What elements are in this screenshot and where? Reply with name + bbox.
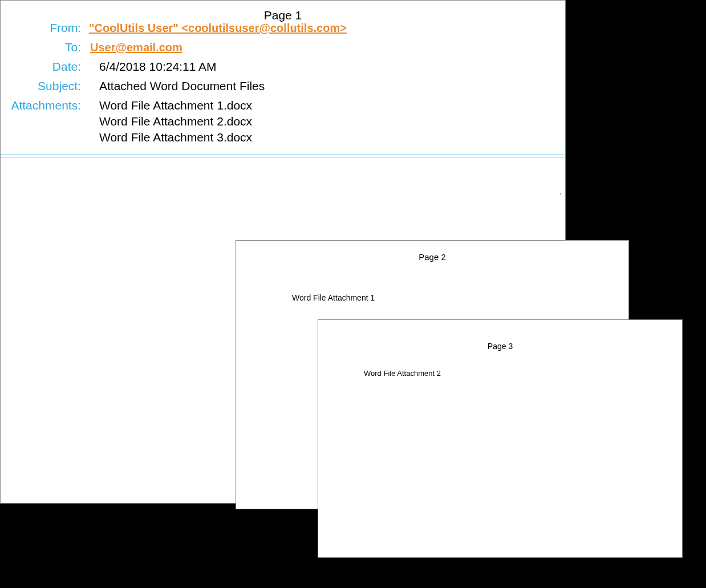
to-value[interactable]: User@email.com [89,41,182,54]
decorative-dot [560,193,561,194]
page-2-label: Page 2 [236,241,628,262]
from-value[interactable]: "CoolUtils User" <coolutilsuser@collutil… [89,22,347,35]
date-value: 6/4/2018 10:24:11 AM [89,60,217,74]
from-label: From: [1,21,89,35]
page-1-label: Page 1 [1,1,565,22]
date-label: Date: [1,60,89,74]
attachment-1: Word File Attachment 1.docx [89,99,252,112]
attachment-3: Word File Attachment 3.docx [89,131,557,144]
attachments-row: Attachments: Word File Attachment 1.docx [1,99,557,112]
attachments-label: Attachments: [1,99,89,112]
from-row: From: "CoolUtils User" <coolutilsuser@co… [1,21,557,35]
page-3: Page 3 Word File Attachment 2 [318,319,683,558]
page-2-content: Word File Attachment 1 [236,262,628,302]
subject-value: Attached Word Document Files [89,79,265,93]
subject-label: Subject: [1,79,89,93]
subject-row: Subject: Attached Word Document Files [1,79,557,93]
divider-line [1,155,565,157]
date-row: Date: 6/4/2018 10:24:11 AM [1,60,557,74]
page-3-content: Word File Attachment 2 [318,351,682,378]
email-header: From: "CoolUtils User" <coolutilsuser@co… [1,21,565,144]
to-label: To: [1,40,89,54]
page-3-label: Page 3 [318,320,682,351]
to-row: To: User@email.com [1,40,557,54]
attachment-2: Word File Attachment 2.docx [89,115,557,128]
